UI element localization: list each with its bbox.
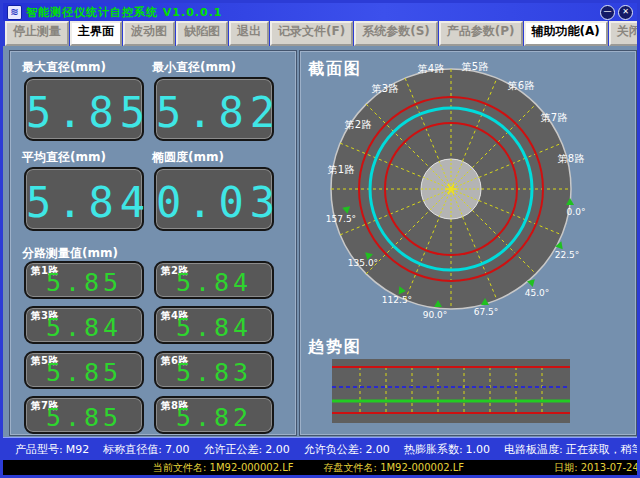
path-label-7: 第7路 bbox=[541, 112, 567, 123]
nominal-diameter: 标称直径值:7.00 bbox=[103, 442, 189, 457]
ovality-label: 椭圆度(mm) bbox=[152, 149, 224, 166]
upper-tolerance: 允许正公差:2.00 bbox=[203, 442, 289, 457]
angle-label-157: 157.5° bbox=[326, 214, 356, 224]
channel-7-display: 第7路5.85 bbox=[24, 396, 144, 434]
date-display: 日期: 2013-07-24 bbox=[554, 461, 639, 475]
max-diameter-label: 最大直径(mm) bbox=[22, 59, 106, 76]
section-chart: 第1路 第2路 第3路 第4路 第5路 第6路 第7路 第8路 bbox=[300, 51, 636, 337]
board-temperature-status: 电路板温度:正在获取，稍等片刻... bbox=[504, 442, 640, 457]
status-bar: 当前文件名: 1M92-000002.LF 存盘文件名: 1M92-000002… bbox=[3, 460, 637, 475]
app-window: ≋ 智能测径仪统计自控系统 V1.0.0.1 — ✕ 停止测量 主界面 波动图 … bbox=[0, 0, 640, 478]
close-icon[interactable]: ✕ bbox=[618, 5, 633, 20]
section-polar-plot: 第1路 第2路 第3路 第4路 第5路 第6路 第7路 第8路 bbox=[326, 61, 586, 320]
path-label-6: 第6路 bbox=[508, 80, 534, 91]
menu-close-alarm[interactable]: 关闭报警(M) bbox=[609, 21, 640, 46]
path-label-5: 第5路 bbox=[462, 61, 488, 72]
measurement-panel: 最大直径(mm) 最小直径(mm) 5.85 5.82 平均直径(mm) 椭圆度… bbox=[9, 50, 297, 436]
product-model: 产品型号:M92 bbox=[15, 442, 89, 457]
minimize-icon[interactable]: — bbox=[600, 5, 615, 20]
angle-label-22: 22.5° bbox=[555, 250, 580, 260]
channel-8-display: 第8路5.82 bbox=[154, 396, 274, 434]
current-file-name: 当前文件名: 1M92-000002.LF bbox=[153, 461, 294, 475]
angle-label-112: 112.5° bbox=[382, 295, 412, 305]
ovality-display: 0.03 bbox=[154, 167, 274, 231]
min-diameter-display: 5.82 bbox=[154, 77, 274, 141]
charts-panel: 截面图 bbox=[299, 50, 637, 436]
channel-4-display: 第4路5.84 bbox=[154, 306, 274, 344]
avg-diameter-label: 平均直径(mm) bbox=[22, 149, 106, 166]
window-title: 智能测径仪统计自控系统 V1.0.0.1 bbox=[26, 5, 223, 20]
thermal-expansion-coefficient: 热膨胀系数:1.00 bbox=[404, 442, 490, 457]
angle-label-67: 67.5° bbox=[474, 307, 499, 317]
path-label-8: 第8路 bbox=[558, 153, 584, 164]
path-label-2: 第2路 bbox=[345, 119, 371, 130]
path-label-4: 第4路 bbox=[418, 63, 444, 74]
lower-tolerance: 允许负公差:2.00 bbox=[304, 442, 390, 457]
menu-record-file[interactable]: 记录文件(F) bbox=[270, 21, 353, 46]
menu-system-params[interactable]: 系统参数(S) bbox=[354, 21, 438, 46]
menu-bar: 停止测量 主界面 波动图 缺陷图 退出 记录文件(F) 系统参数(S) 产品参数… bbox=[3, 21, 637, 46]
angle-label-45: 45.0° bbox=[525, 288, 550, 298]
channel-3-display: 第3路5.84 bbox=[24, 306, 144, 344]
channel-6-display: 第6路5.83 bbox=[154, 351, 274, 389]
menu-product-params[interactable]: 产品参数(P) bbox=[439, 21, 523, 46]
trend-chart-title: 趋势图 bbox=[308, 337, 362, 358]
channel-1-display: 第1路5.85 bbox=[24, 261, 144, 299]
menu-fluctuation-chart[interactable]: 波动图 bbox=[123, 21, 175, 46]
path-label-3: 第3路 bbox=[372, 83, 398, 94]
app-icon: ≋ bbox=[7, 5, 22, 20]
channel-5-display: 第5路5.85 bbox=[24, 351, 144, 389]
menu-aux-functions[interactable]: 辅助功能(A) bbox=[524, 21, 608, 46]
channel-2-display: 第2路5.84 bbox=[154, 261, 274, 299]
channels-title: 分路测量值(mm) bbox=[22, 245, 118, 262]
product-info-bar: 产品型号:M92 标称直径值:7.00 允许正公差:2.00 允许负公差:2.0… bbox=[3, 437, 637, 460]
menu-stop-measure[interactable]: 停止测量 bbox=[5, 21, 69, 46]
title-bar: ≋ 智能测径仪统计自控系统 V1.0.0.1 — ✕ bbox=[3, 3, 637, 21]
max-diameter-display: 5.85 bbox=[24, 77, 144, 141]
path-label-1: 第1路 bbox=[328, 164, 354, 175]
trend-chart bbox=[332, 359, 570, 423]
angle-label-135: 135.0° bbox=[348, 258, 378, 268]
menu-main-screen[interactable]: 主界面 bbox=[70, 21, 122, 46]
angle-label-0: 0.0° bbox=[567, 207, 586, 217]
menu-defect-chart[interactable]: 缺陷图 bbox=[176, 21, 228, 46]
angle-label-90: 90.0° bbox=[423, 310, 448, 320]
min-diameter-label: 最小直径(mm) bbox=[152, 59, 236, 76]
avg-diameter-display: 5.84 bbox=[24, 167, 144, 231]
save-file-name: 存盘文件名: 1M92-000002.LF bbox=[324, 461, 465, 475]
menu-exit[interactable]: 退出 bbox=[229, 21, 269, 46]
